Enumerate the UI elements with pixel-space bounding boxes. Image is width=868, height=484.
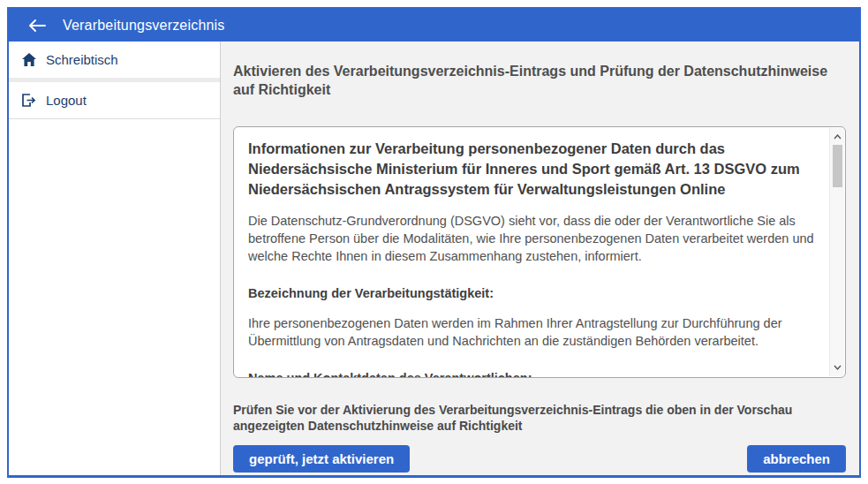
scrollbar-thumb[interactable]	[833, 145, 842, 187]
title-bar: Verarbeitungsverzeichnis	[9, 9, 859, 42]
back-arrow-icon[interactable]	[27, 16, 47, 35]
app-title: Verarbeitungsverzeichnis	[63, 18, 225, 34]
sidebar-item-label: Logout	[46, 93, 87, 108]
privacy-subheading: Bezeichnung der Verarbeitungstätigkeit:	[248, 284, 815, 302]
app-window: Verarbeitungsverzeichnis Schreibtisch	[7, 7, 861, 478]
logout-icon	[21, 93, 36, 108]
sidebar-item-label: Schreibtisch	[46, 52, 118, 67]
privacy-notice-preview[interactable]: Informationen zur Verarbeitung personenb…	[233, 126, 846, 378]
page-title: Aktivieren des Verarbeitungsverzeichnis-…	[233, 62, 834, 99]
scroll-down-icon[interactable]	[830, 360, 844, 374]
privacy-paragraph: Die Datenschutz-Grundverordnung (DSGVO) …	[248, 212, 815, 265]
privacy-paragraph: Ihre personenbezogenen Daten werden im R…	[248, 314, 815, 350]
privacy-title: Informationen zur Verarbeitung personenb…	[248, 139, 815, 200]
home-icon	[21, 52, 36, 67]
sidebar-item-schreibtisch[interactable]: Schreibtisch	[9, 42, 220, 82]
main-content: Aktivieren des Verarbeitungsverzeichnis-…	[221, 42, 859, 478]
vertical-scrollbar[interactable]	[829, 128, 844, 376]
privacy-subheading: Name und Kontaktdaten des Verantwortlich…	[248, 369, 815, 377]
activate-button[interactable]: geprüft, jetzt aktivieren	[233, 445, 410, 473]
scroll-up-icon[interactable]	[830, 130, 844, 144]
action-button-row: geprüft, jetzt aktivieren abbrechen	[233, 445, 846, 473]
cancel-button[interactable]: abbrechen	[747, 445, 846, 473]
verification-note: Prüfen Sie vor der Aktivierung des Verar…	[233, 402, 846, 434]
privacy-notice-text: Informationen zur Verarbeitung personenb…	[234, 127, 845, 377]
sidebar-item-logout[interactable]: Logout	[9, 82, 220, 119]
sidebar: Schreibtisch Logout	[9, 42, 221, 478]
